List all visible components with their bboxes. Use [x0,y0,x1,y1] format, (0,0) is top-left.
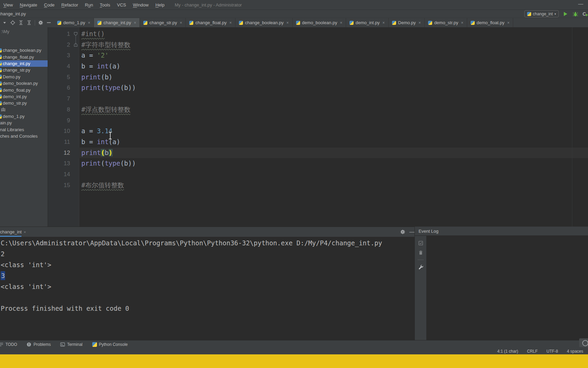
event-log-header[interactable]: Event Log [415,227,588,236]
gutter-line-6[interactable]: 6 [48,82,79,93]
code-line-11[interactable]: b = int(a) [79,137,588,148]
editor-tab-demo_float.py[interactable]: demo_float.py× [467,18,513,27]
breadcrumb[interactable]: change_int.py [0,11,26,16]
close-icon[interactable]: × [382,20,385,25]
gutter-line-14[interactable]: 14 [48,169,79,180]
editor-gutter[interactable]: 123456789101112131415 [48,27,79,227]
tree-item-ches and Consoles[interactable]: ches and Consoles [0,133,48,139]
code-line-1[interactable]: #int() [79,29,588,40]
code-line-2[interactable]: #字符串型转整数 [79,40,588,50]
editor-tab-change_int.py[interactable]: change_int.py× [94,18,140,27]
code-area[interactable]: #int()#字符串型转整数a = '2'b = int(a)print(b)p… [79,27,588,227]
code-line-5[interactable]: print(b) [79,72,588,83]
tree-item-change_float.py[interactable]: change_float.py [0,53,48,60]
gutter-line-5[interactable]: 5 [48,72,79,83]
toolwindow-todo[interactable]: TODO [0,342,17,347]
close-icon[interactable]: × [88,20,90,25]
gutter-line-13[interactable]: 13 [48,158,79,169]
toolwindow-problems[interactable]: Problems [27,342,51,347]
collapse-all-icon[interactable] [27,20,32,25]
code-line-4[interactable]: b = int(a) [79,61,588,72]
close-icon[interactable]: × [24,230,26,234]
console-output[interactable]: C:\Users\Administrator\AppData\Local\Pro… [0,236,415,341]
chevron-down-icon[interactable] [2,20,7,25]
editor-tab-change_float.py[interactable]: change_float.py× [186,18,235,27]
line-ending[interactable]: CRLF [527,349,538,354]
tree-item-change_str.py[interactable]: change_str.py [0,67,48,73]
gutter-line-4[interactable]: 4 [48,61,79,72]
indent-setting[interactable]: 4 spaces [567,349,583,354]
tree-item-由[interactable]: 由 [0,107,48,113]
gutter-line-7[interactable]: 7 [48,93,79,104]
menu-navigate[interactable]: Navigate [16,2,40,7]
project-root-path[interactable]: :\My [1,29,10,34]
code-line-6[interactable]: print(type(b)) [79,82,588,93]
editor-tab-demo_int.py[interactable]: demo_int.py× [346,18,389,27]
close-icon[interactable]: × [419,20,421,25]
wrench-icon[interactable] [418,264,423,270]
fold-marker-icon[interactable] [74,32,78,36]
gutter-line-1[interactable]: 1 [48,29,79,40]
tree-item-ain.py[interactable]: ain.py [0,120,48,126]
locate-file-icon[interactable] [10,20,15,25]
tree-item-nal Libraries[interactable]: nal Libraries [0,126,48,133]
tree-item-Demo.py[interactable]: Demo.py [0,74,48,80]
menu-code[interactable]: Code [40,2,58,7]
code-line-14[interactable] [79,169,588,180]
code-line-13[interactable]: print(type(b)) [79,158,588,169]
gutter-line-15[interactable]: 15 [48,180,79,191]
tree-item-demo_str.py[interactable]: demo_str.py [0,100,48,106]
tree-item-change_boolean.py[interactable]: change_boolean.py [0,47,48,53]
menu-window[interactable]: Window [129,2,152,7]
code-line-3[interactable]: a = '2' [79,50,588,61]
trash-icon[interactable] [418,250,423,255]
code-line-8[interactable]: #浮点数型转整数 [79,104,588,115]
run-configuration-dropdown[interactable]: change_int ▾ [524,10,559,17]
console-tab-change-int[interactable]: change_int × [0,227,27,237]
close-icon[interactable]: × [134,20,136,25]
editor-tab-change_str.py[interactable]: change_str.py× [140,18,186,27]
tree-item-demo_boolean.py[interactable]: demo_boolean.py [0,80,48,87]
caret-position[interactable]: 4:1 (1 char) [497,349,518,354]
close-icon[interactable]: × [229,20,232,25]
close-icon[interactable]: × [180,20,182,25]
hide-panel-icon[interactable] [46,20,51,25]
close-icon[interactable]: × [461,20,463,25]
menu-refactor[interactable]: Refactor [58,2,81,7]
run-with-coverage-button[interactable]: C [583,11,588,17]
tree-item-demo_1.py[interactable]: demo_1.py [0,113,48,120]
code-line-15[interactable]: #布尔值转整数 [79,180,588,191]
menu-vcs[interactable]: VCS [114,2,130,7]
close-icon[interactable]: × [507,20,509,25]
menu-help[interactable]: Help [152,2,168,7]
menu-tools[interactable]: Tools [96,2,113,7]
gutter-line-9[interactable]: 9 [48,115,79,126]
gear-icon[interactable] [38,20,43,25]
hide-panel-icon[interactable]: — [409,229,414,234]
tree-item-demo_int.py[interactable]: demo_int.py [0,93,48,100]
editor-tab-demo_str.py[interactable]: demo_str.py× [425,18,467,27]
gear-icon[interactable] [400,229,405,234]
mark-all-read-icon[interactable] [418,241,423,246]
code-line-12[interactable]: print(b) [79,148,588,158]
code-line-9[interactable] [79,115,588,126]
run-button[interactable] [563,11,568,17]
gutter-line-2[interactable]: 2 [48,40,79,50]
toolwindow-python-console[interactable]: Python Console [92,342,128,347]
menu-run[interactable]: Run [82,2,97,7]
gutter-line-3[interactable]: 3 [48,50,79,61]
gutter-line-8[interactable]: 8 [48,104,79,115]
corner-widget[interactable] [579,338,588,347]
code-line-10[interactable]: a = 3.14 [79,126,588,137]
editor-tab-demo_1.py[interactable]: demo_1.py× [54,18,94,27]
tree-item-demo_float.py[interactable]: demo_float.py [0,87,48,93]
file-encoding[interactable]: UTF-8 [546,349,558,354]
gutter-line-11[interactable]: 11 [48,137,79,148]
editor-tab-demo_boolean.py[interactable]: demo_boolean.py× [293,18,346,27]
debug-button[interactable] [573,11,578,17]
toolwindow-terminal[interactable]: Terminal [60,342,82,347]
code-line-7[interactable] [79,93,588,104]
editor-tab-change_boolean.py[interactable]: change_boolean.py× [235,18,293,27]
minimize-button[interactable]: — [578,1,583,6]
tree-item-change_int.py[interactable]: change_int.py [0,60,48,67]
